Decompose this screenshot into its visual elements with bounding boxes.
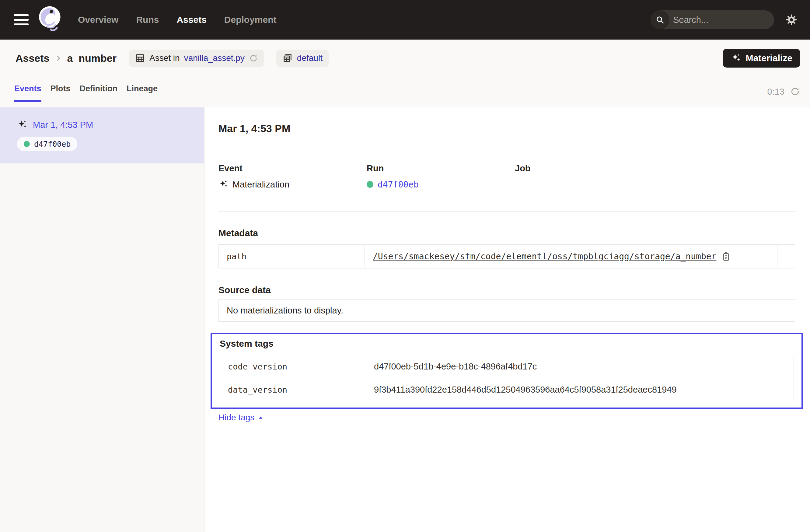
system-tags-heading: System tags [220,338,794,349]
code-location-prefix: Asset in [149,53,180,63]
materialize-button[interactable]: Materialize [723,49,800,68]
nav-link-runs[interactable]: Runs [136,15,159,25]
table-row: path /Users/smackesey/stm/code/elementl/… [219,245,795,268]
refresh-countdown: 0:13 [767,87,784,97]
table-row: code_version d47f00eb-5d1b-4e9e-b18c-489… [220,355,794,378]
empty-message: No materializations to display. [227,306,343,316]
metadata-key: path [219,245,365,268]
table-row: data_version 9f3b411a390fd22e158d446d5d1… [220,378,794,401]
refresh-icon[interactable] [790,86,800,97]
metadata-path-link[interactable]: /Users/smackesey/stm/code/elementl/oss/t… [373,252,716,261]
tab-plots[interactable]: Plots [50,84,70,102]
search-box[interactable]: / [651,10,774,29]
run-status-dot [367,181,373,188]
page-title: a_number [67,52,117,64]
gear-icon[interactable] [785,13,798,26]
nav-link-assets[interactable]: Assets [177,15,206,25]
repo-grid-icon [282,53,293,63]
group-badge[interactable]: default [276,50,329,67]
events-sidebar: Mar 1, 4:53 PM d47f00eb [0,108,205,532]
nav-link-overview[interactable]: Overview [78,15,118,25]
tab-events[interactable]: Events [14,84,42,102]
hide-tags-link[interactable]: Hide tags [218,413,264,422]
breadcrumb: Assets a_number [16,52,116,64]
source-data-empty-state: No materializations to display. [218,300,795,322]
job-value: — [515,180,524,190]
tag-value: d47f00eb-5d1b-4e9e-b18c-4896af4bd17c [366,355,794,378]
run-status-dot [24,141,30,147]
metadata-table: path /Users/smackesey/stm/code/elementl/… [218,244,795,269]
system-tags-highlight: System tags code_version d47f00eb-5d1b-4… [211,333,803,409]
metadata-action-cell [777,245,795,268]
sparkle-icon [17,119,27,130]
materialize-label: Materialize [746,53,792,63]
event-list-item[interactable]: Mar 1, 4:53 PM d47f00eb [0,108,204,163]
breadcrumb-assets[interactable]: Assets [16,52,50,64]
run-id: d47f00eb [34,140,70,148]
table-grid-icon [135,53,145,63]
reload-location-icon[interactable] [249,53,258,63]
event-column-label: Event [218,163,367,174]
top-nav: Overview Runs Assets Deployment / [0,0,810,39]
tab-lineage[interactable]: Lineage [127,84,158,102]
run-id-link[interactable]: d47f00eb [378,180,419,190]
event-detail-panel: Mar 1, 4:53 PM Event Materialization Run… [205,108,810,532]
event-title: Mar 1, 4:53 PM [218,123,795,134]
group-badge-label: default [297,53,323,63]
search-icon [651,10,669,29]
nav-link-deployment[interactable]: Deployment [224,15,277,25]
code-location-badge[interactable]: Asset in vanilla_asset.py [129,50,264,67]
tab-definition[interactable]: Definition [80,84,117,102]
system-tags-table: code_version d47f00eb-5d1b-4e9e-b18c-489… [220,355,794,401]
hamburger-icon[interactable] [14,14,29,25]
event-type-value: Materialization [232,180,289,190]
clipboard-icon[interactable] [721,252,731,261]
dagster-logo-icon[interactable] [37,5,65,34]
event-timestamp: Mar 1, 4:53 PM [33,120,93,130]
hide-tags-label: Hide tags [218,413,254,422]
tag-value: 9f3b411a390fd22e158d446d5d12504963596aa6… [366,378,794,401]
search-input[interactable] [669,15,774,25]
tag-key: data_version [220,378,366,401]
sparkle-icon [218,180,228,189]
metadata-heading: Metadata [218,228,795,238]
caret-up-icon [257,414,264,421]
run-column-label: Run [367,163,515,174]
job-column-label: Job [515,163,795,174]
code-location-link[interactable]: vanilla_asset.py [184,53,245,63]
tag-key: code_version [220,355,366,378]
tab-bar: Events Plots Definition Lineage 0:13 [0,77,810,108]
primary-nav: Overview Runs Assets Deployment [78,15,277,25]
page-header: Assets a_number Asset in vanilla_asset.p… [0,39,810,108]
run-tag-pill[interactable]: d47f00eb [17,136,77,151]
sparkle-icon [731,53,741,63]
chevron-right-icon [54,53,63,63]
source-data-heading: Source data [218,285,795,295]
